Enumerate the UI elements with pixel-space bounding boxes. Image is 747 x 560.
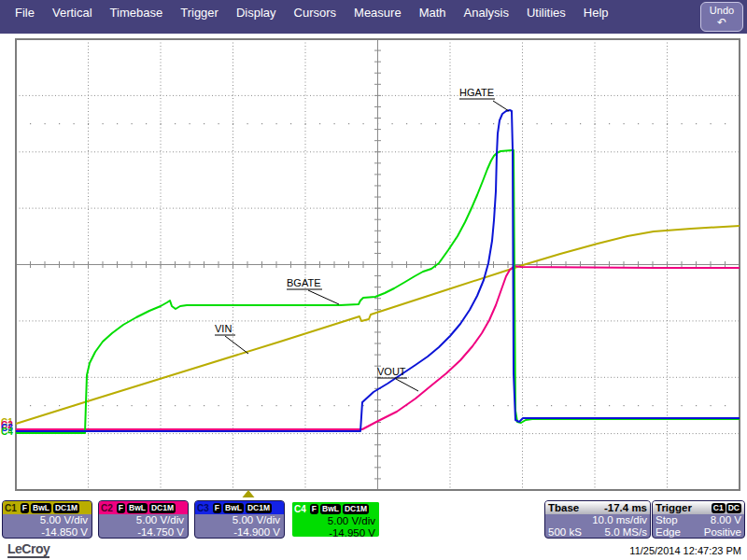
grid-dot	[45, 123, 46, 124]
grid-dot	[276, 123, 277, 124]
grid-dot	[682, 123, 683, 124]
grid-dot	[30, 123, 31, 124]
channel-badge-bwl: BwL	[31, 503, 51, 513]
grid-dot	[348, 405, 349, 406]
grid-dot	[59, 405, 60, 406]
timebase-sampling-row: 500 kS 5.0 MS/s	[545, 526, 650, 539]
grid-dot	[30, 405, 31, 406]
grid-dot	[508, 123, 509, 124]
grid-dot	[595, 123, 596, 124]
grid-dot	[377, 405, 378, 406]
trigger-badge-dc: DC	[726, 503, 741, 513]
trigger-badge-c1: C1	[712, 503, 726, 513]
grid-dot	[190, 123, 190, 124]
grid-dot	[132, 123, 133, 124]
channel-badge-f: F	[21, 503, 29, 513]
menu-item-analysis[interactable]: Analysis	[464, 6, 509, 20]
channel-header-c3: C3FBwLDC1M	[195, 501, 284, 514]
grid-dot	[146, 405, 147, 406]
trigger-type: Edge	[655, 526, 681, 539]
trigger-title: Trigger	[655, 502, 692, 513]
waveform-display-area: HGATEBGATEVINVOUTC1C2C3C4	[0, 34, 747, 500]
channel-id-label: C1	[5, 503, 17, 513]
grid-dot	[551, 405, 552, 406]
grid-dot	[103, 123, 104, 124]
grid-dot	[290, 405, 291, 406]
grid-dot	[638, 405, 639, 406]
undo-arrow-icon: ↶	[701, 17, 742, 28]
menu-item-display[interactable]: Display	[236, 6, 276, 20]
grid-dot	[725, 123, 726, 124]
channel-descriptor-c3[interactable]: C3FBwLDC1M5.00 V/div-14.900 V	[194, 500, 285, 539]
grid-dot	[493, 123, 494, 124]
channel-vdiv: 5.00 V/div	[99, 514, 188, 526]
timestamp: 11/25/2014 12:47:23 PM	[629, 545, 741, 556]
grid-dot	[696, 123, 697, 124]
grid-dot	[537, 405, 538, 406]
channel-badge-bwl: BwL	[127, 503, 148, 513]
grid-dot	[218, 405, 219, 406]
channel-descriptor-c4[interactable]: C4FBwLDC1M5.00 V/div-14.950 V	[290, 500, 381, 539]
grid-dot	[146, 123, 147, 124]
trigger-descriptor[interactable]: Trigger C1DC Stop 8.00 V Edge Positive	[652, 500, 745, 539]
grid-dot	[117, 123, 118, 124]
grid-dot	[392, 405, 393, 406]
menu-item-file[interactable]: File	[15, 6, 35, 20]
grid-dot	[464, 405, 465, 406]
grid-dot	[319, 123, 320, 124]
menu-item-timebase[interactable]: Timebase	[110, 6, 163, 20]
menu-item-measure[interactable]: Measure	[354, 6, 402, 20]
grid-dot	[653, 123, 654, 124]
trigger-header: Trigger C1DC	[653, 501, 744, 514]
grid-dot	[421, 123, 422, 124]
grid-dot	[522, 123, 523, 124]
channel-descriptor-c2[interactable]: C2FBwLDC1M5.00 V/div-14.750 V	[98, 500, 189, 539]
oscilloscope-screen: FileVerticalTimebaseTriggerDisplayCursor…	[0, 0, 747, 560]
channel-header-c4: C4FBwLDC1M	[292, 502, 379, 515]
label-callout-line	[308, 290, 339, 304]
grid-dot	[595, 405, 596, 406]
grid-dot	[435, 405, 436, 406]
grid-dot	[711, 123, 712, 124]
menu-item-math[interactable]: Math	[419, 6, 446, 20]
footer-bar: LeCroy 11/25/2014 12:47:23 PM	[0, 539, 747, 560]
grid-dot	[421, 405, 422, 406]
grid-dot	[580, 123, 581, 124]
grid-dot	[363, 123, 364, 124]
menu-item-cursors[interactable]: Cursors	[294, 6, 337, 20]
grid-dot	[305, 123, 306, 124]
grid-dot	[653, 405, 654, 406]
undo-label: Undo	[710, 5, 734, 16]
menu-item-utilities[interactable]: Utilities	[527, 6, 566, 20]
timebase-descriptor[interactable]: Tbase -17.4 ms 10.0 ms/div 500 kS 5.0 MS…	[544, 500, 651, 539]
menu-item-trigger[interactable]: Trigger	[180, 6, 218, 20]
grid-dot	[261, 123, 262, 124]
channel-offset: -14.850 V	[3, 526, 92, 539]
label-hgate: HGATE	[459, 87, 494, 98]
channel-id-label: C4	[294, 504, 306, 514]
grid-dot	[406, 123, 407, 124]
label-vin: VIN	[215, 323, 232, 334]
trigger-mode: Stop	[655, 514, 678, 526]
grid-dot	[233, 123, 233, 124]
menu-item-help[interactable]: Help	[584, 6, 609, 20]
zero-marker-c4[interactable]: C4	[1, 427, 13, 437]
grid-dot	[334, 123, 335, 124]
grid-dot	[348, 123, 349, 124]
channel-id-label: C3	[197, 503, 209, 513]
undo-button[interactable]: Undo ↶	[700, 2, 743, 32]
trigger-position-marker[interactable]	[243, 490, 255, 497]
trigger-source-badges: C1DC	[712, 503, 741, 513]
grid-dot	[609, 123, 610, 124]
grid-dot	[522, 405, 523, 406]
grid-dot	[537, 123, 538, 124]
grid-dot	[667, 123, 668, 124]
grid-dot	[45, 405, 46, 406]
menu-item-vertical[interactable]: Vertical	[52, 6, 92, 20]
channel-badge-dc1m: DC1M	[246, 503, 272, 513]
timebase-per-div: 10.0 ms/div	[592, 514, 647, 526]
channel-badge-bwl: BwL	[320, 504, 341, 514]
channel-badge-dc1m: DC1M	[343, 504, 369, 514]
channel-descriptor-c1[interactable]: C1FBwLDC1M5.00 V/div-14.850 V	[2, 500, 92, 539]
grid-dot	[334, 405, 335, 406]
